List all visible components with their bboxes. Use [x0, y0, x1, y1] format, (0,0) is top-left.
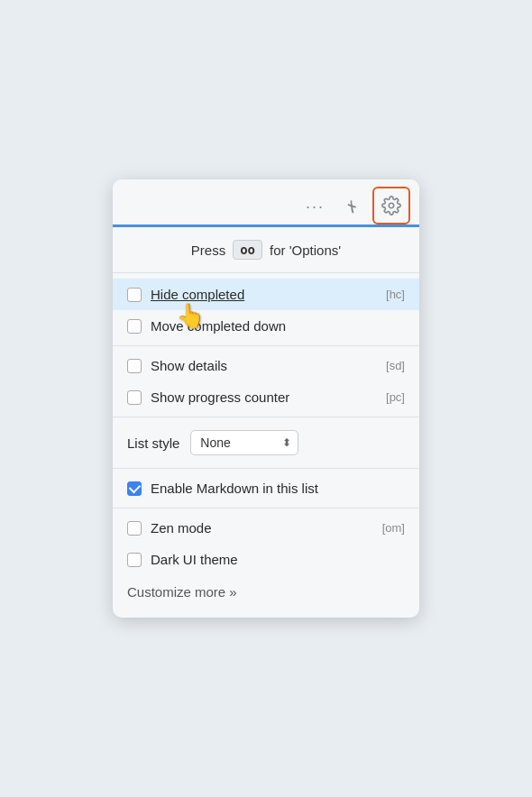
- option-label-show-progress-counter: Show progress counter: [151, 389, 377, 405]
- list-style-select[interactable]: None Bullets Numbers: [190, 430, 298, 455]
- checkbox-enable-markdown[interactable]: [127, 481, 142, 496]
- option-label-enable-markdown: Enable Markdown in this list: [151, 481, 405, 496]
- shortcut-key: oo: [233, 240, 262, 260]
- checkbox-show-details[interactable]: [127, 359, 142, 373]
- checkbox-dark-ui-theme[interactable]: [127, 553, 142, 567]
- option-label-hide-completed: Hide completed: [151, 287, 377, 302]
- list-style-label: List style: [127, 435, 179, 451]
- option-enable-markdown[interactable]: Enable Markdown in this list: [113, 472, 419, 504]
- option-label-show-details: Show details: [151, 358, 377, 373]
- customize-more-link[interactable]: Customize more »: [113, 575, 419, 612]
- option-hide-completed[interactable]: Hide completed [hc] 👆: [113, 279, 419, 310]
- shortcut-zen-mode: [om]: [382, 521, 405, 535]
- gear-icon: [381, 196, 401, 215]
- list-style-select-wrapper: None Bullets Numbers: [190, 430, 298, 455]
- checkbox-hide-completed[interactable]: [127, 288, 142, 302]
- divider-2: [113, 417, 419, 417]
- divider-4: [113, 508, 419, 508]
- options-panel: ··· ✗ Press oo for 'Options' Hide comple…: [113, 179, 419, 618]
- option-show-details[interactable]: Show details [sd]: [113, 350, 419, 381]
- divider-1: [113, 345, 419, 346]
- checkbox-show-progress-counter[interactable]: [127, 390, 142, 405]
- options-list: Hide completed [hc] 👆 Move completed dow…: [113, 273, 419, 618]
- checkbox-move-completed-down[interactable]: [127, 319, 142, 334]
- shortcut-hide-completed: [hc]: [386, 288, 405, 301]
- option-move-completed-down[interactable]: Move completed down: [113, 310, 419, 342]
- option-label-dark-ui-theme: Dark UI theme: [151, 552, 405, 567]
- checkbox-zen-mode[interactable]: [127, 521, 142, 536]
- shortcut-show-progress-counter: [pc]: [386, 390, 405, 404]
- option-label-move-completed-down: Move completed down: [151, 318, 405, 334]
- gear-button[interactable]: [372, 187, 410, 224]
- list-style-row: List style None Bullets Numbers: [113, 421, 419, 464]
- press-instruction: Press oo for 'Options': [113, 227, 419, 273]
- option-label-zen-mode: Zen mode: [151, 520, 373, 536]
- more-options-icon[interactable]: ···: [298, 192, 332, 222]
- header-bar: ··· ✗: [113, 179, 419, 227]
- svg-point-0: [389, 203, 394, 208]
- press-text: Press: [191, 243, 225, 258]
- shortcut-show-details: [sd]: [386, 359, 405, 372]
- for-text: for 'Options': [270, 243, 341, 258]
- option-dark-ui-theme[interactable]: Dark UI theme: [113, 544, 419, 575]
- divider-3: [113, 468, 419, 469]
- option-zen-mode[interactable]: Zen mode [om]: [113, 512, 419, 544]
- option-show-progress-counter[interactable]: Show progress counter [pc]: [113, 381, 419, 413]
- pin-icon[interactable]: ✗: [333, 188, 371, 225]
